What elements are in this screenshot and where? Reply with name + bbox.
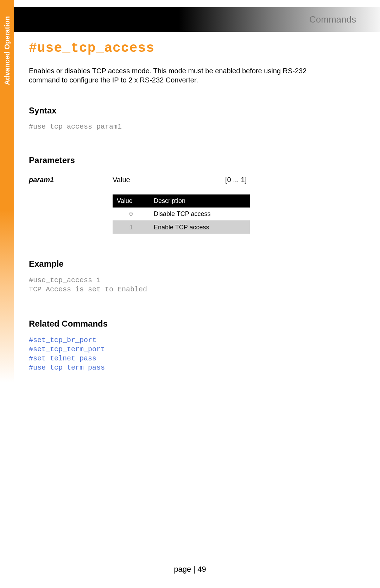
related-command-link[interactable]: #set_telnet_pass (29, 354, 335, 363)
sidebar: Advanced Operation (0, 0, 14, 382)
example-heading: Example (29, 259, 335, 269)
parameter-row: param1 Value [0 ... 1] (29, 176, 293, 184)
command-description: Enables or disables TCP access mode. Thi… (29, 66, 335, 85)
parameter-name: param1 (29, 176, 113, 184)
related-command-link[interactable]: #set_tcp_br_port (29, 336, 335, 345)
header-bar: Commands (14, 7, 380, 32)
sidebar-section-label: Advanced Operation (3, 16, 11, 85)
command-title: #use_tcp_access (29, 41, 335, 56)
related-commands-list: #set_tcp_br_port #set_tcp_term_port #set… (29, 336, 335, 372)
header-title: Commands (309, 14, 356, 25)
table-row: 1 Enable TCP access (113, 221, 250, 234)
content-area: #use_tcp_access Enables or disables TCP … (29, 41, 356, 372)
parameter-type: Value (113, 176, 225, 184)
table-header-value: Value (113, 194, 150, 208)
table-cell-description: Enable TCP access (150, 221, 250, 234)
example-code: #use_tcp_access 1 TCP Access is set to E… (29, 276, 335, 294)
parameters-heading: Parameters (29, 155, 335, 165)
value-table: Value Description 0 Disable TCP access 1… (113, 194, 250, 234)
table-header-description: Description (150, 194, 250, 208)
related-command-link[interactable]: #set_tcp_term_port (29, 345, 335, 354)
table-cell-description: Disable TCP access (150, 208, 250, 221)
parameter-range: [0 ... 1] (225, 176, 247, 184)
table-cell-value: 1 (113, 221, 150, 234)
table-row: 0 Disable TCP access (113, 208, 250, 221)
table-cell-value: 0 (113, 208, 150, 221)
related-commands-heading: Related Commands (29, 319, 335, 329)
related-command-link[interactable]: #use_tcp_term_pass (29, 363, 335, 372)
syntax-heading: Syntax (29, 106, 335, 116)
page-footer: page | 49 (0, 565, 380, 574)
syntax-code: #use_tcp_access param1 (29, 123, 335, 131)
